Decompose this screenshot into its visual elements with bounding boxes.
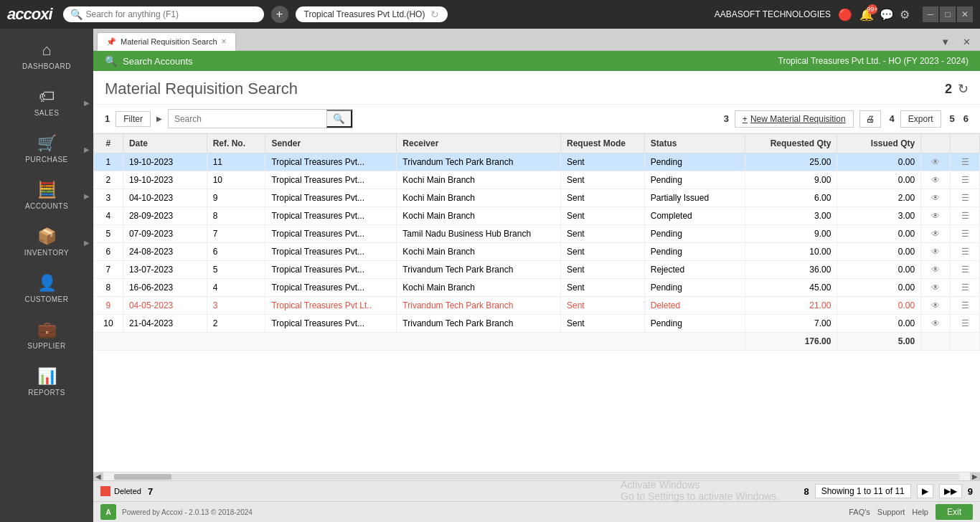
menu-icon[interactable]: ☰ [961, 283, 969, 293]
sidebar-item-sales[interactable]: 🏷 SALES ▶ [0, 79, 93, 125]
page-last-button[interactable]: ▶▶ [939, 484, 962, 498]
table-row[interactable]: 5 07-09-2023 7 Tropical Treasures Pvt...… [94, 225, 980, 243]
table-row[interactable]: 4 28-09-2023 8 Tropical Treasures Pvt...… [94, 207, 980, 225]
sidebar-item-supplier[interactable]: 💼 SUPPLIER [0, 312, 93, 359]
menu-icon[interactable]: ☰ [961, 193, 969, 203]
cell-eye[interactable]: 👁 [921, 243, 951, 261]
scroll-thumb[interactable] [114, 474, 171, 480]
menu-icon[interactable]: ☰ [961, 175, 969, 185]
message-icon[interactable]: 💬 [880, 8, 894, 22]
sidebar-item-reports[interactable]: 📊 REPORTS [0, 359, 93, 405]
cell-menu[interactable]: ☰ [951, 207, 980, 225]
tab-settings-icon[interactable]: ▼ [935, 34, 956, 50]
scroll-left-icon[interactable]: ◀ [93, 473, 103, 481]
cell-eye[interactable]: 👁 [921, 189, 951, 207]
cell-eye[interactable]: 👁 [921, 279, 951, 297]
menu-icon[interactable]: ☰ [961, 211, 969, 221]
global-search[interactable]: 🔍 [63, 6, 264, 22]
menu-icon[interactable]: ☰ [961, 247, 969, 257]
search-accounts-section[interactable]: 🔍 Search Accounts [105, 55, 193, 67]
play-icon[interactable]: ▶ [156, 115, 162, 123]
cell-menu[interactable]: ☰ [951, 189, 980, 207]
minimize-button[interactable]: ─ [923, 6, 938, 22]
cell-receiver: Kochi Main Branch [397, 279, 561, 297]
table-row[interactable]: 10 21-04-2023 2 Tropical Treasures Pvt..… [94, 315, 980, 333]
cell-eye[interactable]: 👁 [921, 225, 951, 243]
cell-menu[interactable]: ☰ [951, 153, 980, 171]
table-row[interactable]: 3 04-10-2023 9 Tropical Treasures Pvt...… [94, 189, 980, 207]
page-next-button[interactable]: ▶ [917, 484, 933, 498]
eye-icon[interactable]: 👁 [931, 211, 940, 221]
table-row[interactable]: 1 19-10-2023 11 Tropical Treasures Pvt..… [94, 153, 980, 171]
menu-icon[interactable]: ☰ [961, 229, 969, 239]
cell-menu[interactable]: ☰ [951, 279, 980, 297]
menu-icon[interactable]: ☰ [961, 300, 969, 310]
sidebar-item-customer[interactable]: 👤 CUSTOMER [0, 265, 93, 312]
cell-mode: Sent [560, 279, 644, 297]
add-button[interactable]: + [271, 6, 288, 23]
cell-eye[interactable]: 👁 [921, 153, 951, 171]
table-search-input[interactable] [169, 112, 326, 126]
tab-material-requisition[interactable]: 📌 Material Requisition Search × [97, 32, 236, 51]
menu-icon[interactable]: ☰ [961, 318, 969, 328]
print-button[interactable]: 🖨 [859, 110, 881, 128]
sidebar-item-accounts[interactable]: 🧮 ACCOUNTS ▶ [0, 172, 93, 219]
sidebar-item-purchase[interactable]: 🛒 PURCHASE ▶ [0, 125, 93, 172]
eye-icon[interactable]: 👁 [931, 193, 940, 203]
horizontal-scrollbar[interactable]: ◀ ▶ [93, 472, 980, 480]
new-material-requisition-button[interactable]: + New Material Requisition [735, 110, 854, 128]
accounts-icon: 🧮 [37, 181, 57, 199]
help-link[interactable]: Help [912, 508, 928, 516]
eye-icon[interactable]: 👁 [931, 318, 940, 328]
filter-button[interactable]: Filter [116, 111, 151, 127]
tab-close-icon[interactable]: × [222, 37, 227, 47]
table-search-button[interactable]: 🔍 [326, 110, 352, 128]
cell-menu[interactable]: ☰ [951, 171, 980, 189]
eye-icon[interactable]: 👁 [931, 283, 940, 293]
cell-status: Completed [644, 207, 745, 225]
page-refresh-icon[interactable]: ↻ [958, 81, 969, 97]
tab-close-all-icon[interactable]: ✕ [957, 34, 976, 50]
cell-eye[interactable]: 👁 [921, 261, 951, 279]
table-row[interactable]: 6 24-08-2023 6 Tropical Treasures Pvt...… [94, 243, 980, 261]
cell-eye[interactable]: 👁 [921, 207, 951, 225]
support-link[interactable]: Support [877, 508, 905, 516]
cell-eye[interactable]: 👁 [921, 297, 951, 315]
close-button[interactable]: ✕ [957, 6, 973, 22]
cell-eye[interactable]: 👁 [921, 315, 951, 333]
eye-icon[interactable]: 👁 [931, 229, 940, 239]
cell-eye[interactable]: 👁 [921, 171, 951, 189]
sidebar-item-dashboard[interactable]: ⌂ DASHBOARD [0, 32, 93, 79]
scroll-right-icon[interactable]: ▶ [970, 473, 980, 481]
eye-icon[interactable]: 👁 [931, 157, 940, 167]
exit-button[interactable]: Exit [936, 504, 973, 520]
cell-menu[interactable]: ☰ [951, 225, 980, 243]
badge-2: 2 [945, 82, 952, 97]
eye-icon[interactable]: 👁 [931, 175, 940, 185]
sidebar-item-inventory[interactable]: 📦 INVENTORY ▶ [0, 219, 93, 265]
reports-icon: 📊 [37, 367, 57, 386]
global-search-input[interactable] [86, 9, 244, 19]
cell-menu[interactable]: ☰ [951, 315, 980, 333]
table-row[interactable]: 8 16-06-2023 4 Tropical Treasures Pvt...… [94, 279, 980, 297]
eye-icon[interactable]: 👁 [931, 265, 940, 275]
notification-icon[interactable]: 🔔 99+ [859, 8, 874, 22]
table-row[interactable]: 9 04-05-2023 3 Tropical Treasures Pvt Lt… [94, 297, 980, 315]
menu-icon[interactable]: ☰ [961, 157, 969, 167]
eye-icon[interactable]: 👁 [931, 300, 940, 310]
cell-menu[interactable]: ☰ [951, 243, 980, 261]
cell-sender: Tropical Treasures Pvt... [265, 225, 397, 243]
company-selector[interactable]: Tropical Treasures Pvt Ltd.(HO) ↻ [296, 6, 448, 22]
cell-req-qty: 6.00 [745, 189, 837, 207]
eye-icon[interactable]: 👁 [931, 247, 940, 257]
settings-icon[interactable]: ⚙ [900, 8, 910, 22]
menu-icon[interactable]: ☰ [961, 265, 969, 275]
export-button[interactable]: Export [900, 110, 941, 128]
company-refresh-icon[interactable]: ↻ [430, 9, 439, 20]
table-row[interactable]: 7 13-07-2023 5 Tropical Treasures Pvt...… [94, 261, 980, 279]
cell-menu[interactable]: ☰ [951, 261, 980, 279]
faqs-link[interactable]: FAQ's [849, 508, 870, 516]
table-row[interactable]: 2 19-10-2023 10 Tropical Treasures Pvt..… [94, 171, 980, 189]
cell-menu[interactable]: ☰ [951, 297, 980, 315]
maximize-button[interactable]: □ [940, 6, 956, 22]
